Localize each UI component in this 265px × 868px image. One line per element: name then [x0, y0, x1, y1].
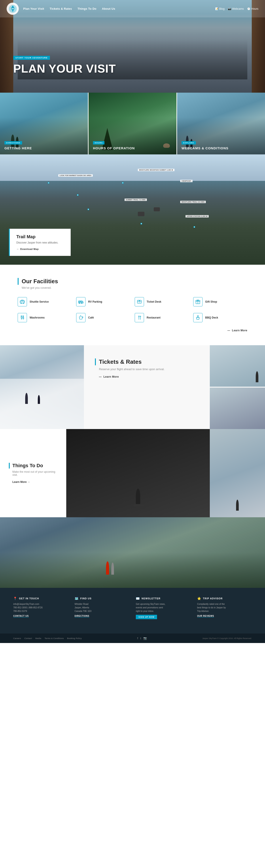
ticket-label: Ticket Desk	[147, 300, 161, 303]
facility-rv: RV Parking	[76, 297, 130, 306]
trail-dot-5	[141, 223, 142, 224]
card-title-3: Webcams & Conditions	[181, 146, 229, 150]
things-to-do-section: Things To Do Make the most out of your u…	[0, 429, 265, 517]
tickets-section: Tickets & Rates Reserve your flight ahea…	[0, 345, 265, 429]
photo-card-hours[interactable]: Hours Hours of Operation	[88, 93, 176, 154]
footer-media-link[interactable]: Media	[35, 637, 41, 640]
card-content-hours: Hours Hours of Operation	[93, 140, 135, 150]
footer-col-newsletter: ✉️ Newsletter Get upcoming SkyTram news,…	[136, 597, 190, 619]
photo-cards-row: Directions Getting Here Hours Hours of O…	[0, 93, 265, 154]
footer-contact-bottom-link[interactable]: Contact	[25, 637, 32, 640]
footer-bottom-links: Careers Contact Media Terms & Conditions…	[13, 637, 82, 640]
footer-findus-title: 🗺️ Find Us	[75, 597, 129, 600]
photo-card-webcams[interactable]: Explore Webcams & Conditions	[176, 93, 265, 154]
trail-label-marmot: Look For Marmot Basin Ski Area	[58, 174, 93, 177]
ticket-image-bottom	[210, 388, 265, 429]
cafe-icon	[76, 313, 85, 322]
nav-things-to-do[interactable]: Things To Do	[78, 7, 96, 10]
footer-facebook-link[interactable]: f	[137, 637, 138, 640]
shuttle-icon	[18, 297, 27, 306]
facility-ticket: Ticket Desk	[135, 297, 189, 306]
gondola-visual	[138, 212, 144, 216]
shuttle-label: Shuttle Service	[30, 300, 49, 303]
star-icon: ⭐	[197, 597, 201, 600]
rv-label: RV Parking	[88, 300, 102, 303]
arrow-down-icon: →	[16, 248, 19, 250]
footer-col-tripadvisor: ⭐ Trip Advisor Compliantly rated one of …	[197, 597, 252, 619]
facilities-grid: Shuttle Service RV Parking	[18, 297, 247, 322]
things-center-image	[66, 429, 210, 517]
footer-directions-link[interactable]: Directions	[75, 615, 89, 617]
footer-bottom: Careers Contact Media Terms & Conditions…	[0, 633, 265, 643]
things-title: Things To Do	[9, 463, 57, 468]
trail-map-title: Trail Map	[16, 234, 64, 239]
trail-label-explore: Viewpoint	[180, 180, 193, 182]
gift-shop-icon	[193, 297, 203, 306]
svg-rect-9	[137, 300, 141, 303]
photo-card-getting-here[interactable]: Directions Getting Here	[0, 93, 88, 154]
footer-contact-link[interactable]: Contact Us	[13, 615, 29, 617]
facilities-learn-more[interactable]: — Learn More	[18, 329, 247, 332]
ticket-image-top	[210, 345, 265, 387]
gift-label: Gift Shop	[205, 300, 217, 303]
nav-about[interactable]: About Us	[102, 7, 115, 10]
footer-contact-title: 📍 Get In Touch	[13, 597, 68, 600]
svg-point-15	[197, 316, 199, 318]
card-tag-2: Hours	[93, 141, 105, 145]
trail-dot-6	[194, 226, 195, 228]
nav-hours-link[interactable]: 🕐 Hours	[247, 7, 258, 10]
restaurant-label: Restaurant	[147, 316, 160, 319]
footer-info: 📍 Get In Touch info@JasperSkyTram.com 78…	[0, 588, 265, 633]
facility-gift: Gift Shop	[193, 297, 247, 306]
facility-shuttle: Shuttle Service	[18, 297, 72, 306]
things-learn-more[interactable]: Learn More →	[9, 480, 57, 484]
footer-careers-link[interactable]: Careers	[13, 637, 21, 640]
arrow-icon-tickets: —	[99, 375, 102, 378]
footer-col-contact: 📍 Get In Touch info@JasperSkyTram.com 78…	[13, 597, 68, 619]
gondola-visual-2	[154, 207, 160, 211]
clock-icon: 🕐	[247, 7, 251, 10]
arrow-icon: —	[228, 329, 230, 332]
trail-label-summit: Whistlers Mountain Summit 2,463 M	[138, 169, 174, 171]
nav-plan-visit[interactable]: Plan Your Visit	[23, 7, 44, 10]
tickets-description: Reserve your flight ahead to save time u…	[99, 368, 199, 371]
tickets-images-right	[210, 345, 265, 429]
bbq-icon	[193, 313, 203, 322]
blog-icon: 📝	[215, 7, 218, 10]
footer-signup-link[interactable]: Sign Up Now	[136, 615, 157, 619]
bbq-label: BBQ Deck	[205, 316, 218, 319]
footer-booking-link[interactable]: Booking Policy	[67, 637, 82, 640]
card-content-getting-here: Directions Getting Here	[4, 140, 32, 150]
main-nav: Plan Your Visit Tickets & Rates Things T…	[0, 0, 265, 18]
footer-instagram-link[interactable]: 📷	[143, 637, 147, 640]
card-title-1: Getting Here	[4, 146, 32, 150]
hero-title: Plan Your Visit	[13, 62, 116, 75]
trail-download-link[interactable]: → Download Map	[16, 248, 64, 250]
card-title-2: Hours of Operation	[93, 146, 135, 150]
tickets-learn-more[interactable]: — Learn More	[95, 375, 199, 378]
nav-webcams-link[interactable]: 📷 Webcams	[228, 7, 244, 10]
footer-twitter-link[interactable]: t	[140, 637, 141, 640]
trail-label-whistlers-trail: Whistlers Trail 8.6 KMS	[180, 201, 206, 203]
facilities-section: Our Facilities We've got you covered. Sh…	[0, 265, 265, 345]
nav-blog-link[interactable]: 📝 Blog	[215, 7, 225, 10]
footer-grid: 📍 Get In Touch info@JasperSkyTram.com 78…	[13, 597, 252, 619]
card-tag-1: Directions	[4, 141, 22, 145]
site-logo[interactable]	[7, 3, 19, 15]
footer-contact-text: info@JasperSkyTram.com 780-852-3093 | 88…	[13, 602, 68, 613]
footer-hero-image	[0, 517, 265, 588]
trail-map-desc: Discover Jasper from new altitudes.	[16, 241, 64, 244]
nav-tickets[interactable]: Tickets & Rates	[50, 7, 72, 10]
email-icon: ✉️	[136, 597, 140, 600]
facilities-title: Our Facilities	[18, 278, 247, 285]
facility-bbq: BBQ Deck	[193, 313, 247, 322]
tickets-image-left	[0, 345, 84, 429]
hero-text-container: Start Your Adventure Plan Your Visit	[13, 55, 116, 75]
card-tag-3: Explore	[181, 141, 196, 145]
footer-reviews-link[interactable]: Our Reviews	[197, 615, 214, 617]
footer-terms-link[interactable]: Terms & Conditions	[45, 637, 64, 640]
footer-newsletter-title: ✉️ Newsletter	[136, 597, 190, 600]
webcam-icon: 📷	[228, 7, 231, 10]
facility-washrooms: Washrooms	[18, 313, 72, 322]
washrooms-icon	[18, 313, 27, 322]
